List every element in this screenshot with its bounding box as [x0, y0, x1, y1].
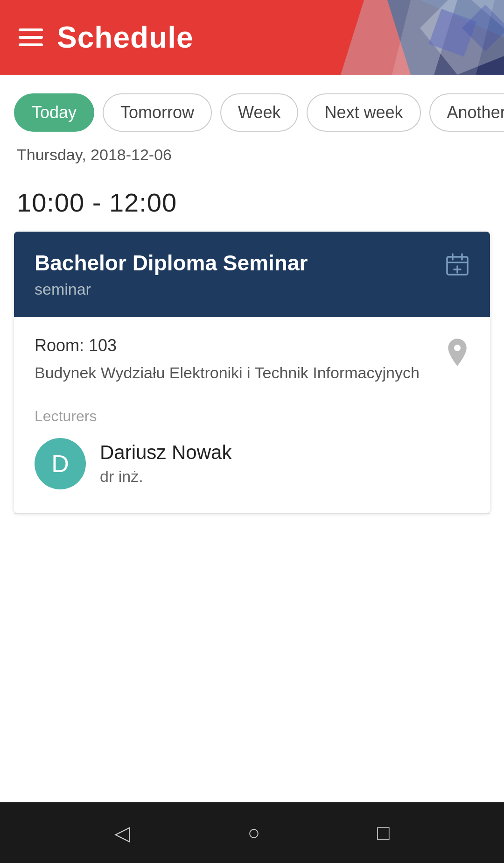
main-content: 10:00 - 12:00 Bachelor Diploma Seminar s… [0, 178, 504, 802]
event-header: Bachelor Diploma Seminar seminar [14, 232, 490, 317]
event-type: seminar [35, 280, 308, 298]
lecturer-info: Dariusz Nowak dr inż. [100, 441, 231, 486]
lecturer-title: dr inż. [100, 467, 231, 486]
tab-another-week[interactable]: Another week [429, 93, 504, 132]
page-title: Schedule [57, 20, 194, 55]
header: Schedule [0, 0, 504, 75]
tab-today[interactable]: Today [14, 93, 94, 132]
lecturer-row: D Dariusz Nowak dr inż. [35, 438, 469, 489]
add-to-calendar-icon[interactable] [445, 252, 469, 282]
tab-next-week[interactable]: Next week [307, 93, 420, 132]
back-nav-icon[interactable]: ◁ [114, 821, 130, 845]
lecturers-label: Lecturers [35, 408, 469, 425]
avatar: D [35, 438, 86, 489]
location-icon[interactable] [445, 338, 469, 372]
event-title-group: Bachelor Diploma Seminar seminar [35, 250, 308, 298]
event-title: Bachelor Diploma Seminar [35, 250, 308, 276]
menu-icon[interactable] [19, 24, 43, 51]
recent-nav-icon[interactable]: □ [377, 821, 390, 844]
lecturer-name: Dariusz Nowak [100, 441, 231, 464]
building-label: Budynek Wydziału Elektroniki i Technik I… [35, 362, 436, 384]
svg-point-14 [454, 345, 461, 351]
filter-bar: Today Tomorrow Week Next week Another we… [0, 75, 504, 141]
lecturers-section: Lecturers D Dariusz Nowak dr inż. [14, 403, 490, 513]
event-details: Room: 103 Budynek Wydziału Elektroniki i… [14, 317, 490, 403]
tab-week[interactable]: Week [220, 93, 298, 132]
date-label: Thursday, 2018-12-06 [0, 141, 504, 178]
home-nav-icon[interactable]: ○ [247, 821, 260, 844]
bottom-nav: ◁ ○ □ [0, 802, 504, 863]
tab-tomorrow[interactable]: Tomorrow [103, 93, 212, 132]
event-card: Bachelor Diploma Seminar seminar Room: 1… [14, 232, 490, 513]
time-slot: 10:00 - 12:00 [0, 178, 504, 222]
event-location-text: Room: 103 Budynek Wydziału Elektroniki i… [35, 336, 436, 384]
room-label: Room: 103 [35, 336, 436, 355]
